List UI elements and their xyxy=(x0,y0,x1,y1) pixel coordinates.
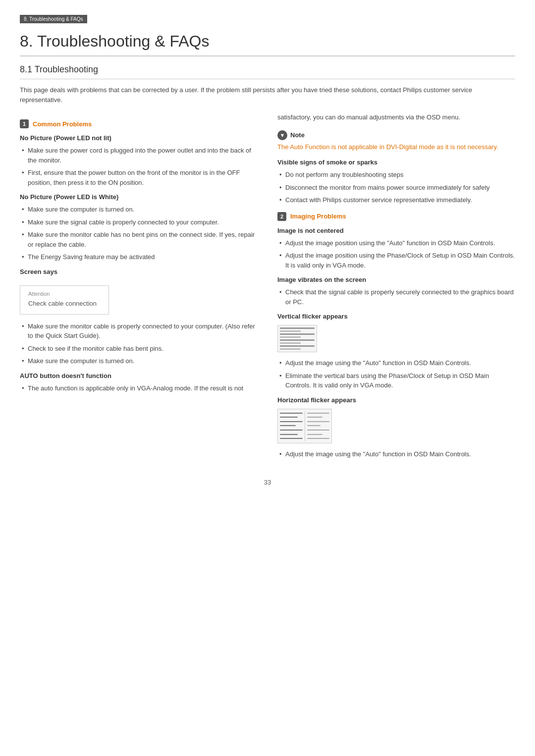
list-item: First, ensure that the power button on t… xyxy=(20,168,258,187)
attention-box: Attention Check cable connection xyxy=(20,285,109,315)
subheading-no-picture-led-not-lit: No Picture (Power LED not lit) xyxy=(20,134,258,142)
list-item: Adjust the image position using the Phas… xyxy=(277,251,515,270)
screen-line xyxy=(280,336,301,338)
list-item: Contact with Philips customer service re… xyxy=(277,195,515,205)
screen-line xyxy=(280,345,315,347)
subheading-image-not-centered: Image is not centered xyxy=(277,227,515,234)
category-2-header: 2 Imaging Problems xyxy=(277,212,515,221)
screen-line xyxy=(280,434,298,435)
subheading-image-vibrates: Image vibrates on the screen xyxy=(277,276,515,283)
horizontal-flicker-image xyxy=(277,409,332,443)
h-divider xyxy=(305,411,305,441)
list-item: Eliminate the vertical bars using the Ph… xyxy=(277,371,515,390)
note-icon: ▼ xyxy=(277,130,287,140)
list-item: Check that the signal cable is properly … xyxy=(277,287,515,307)
list-item: Make sure the power cord is plugged into… xyxy=(20,146,258,165)
auto-continue-text: satisfactory, you can do manual adjustme… xyxy=(277,112,515,122)
two-col-layout: 1 Common Problems No Picture (Power LED … xyxy=(20,112,515,464)
list-item: Make sure the monitor cable has no bent … xyxy=(20,230,258,249)
bullets-vertical-flicker: Adjust the image using the "Auto" functi… xyxy=(277,358,515,390)
screen-line xyxy=(307,425,321,426)
list-item: Check to see if the monitor cable has be… xyxy=(20,344,258,354)
screen-line xyxy=(307,430,330,431)
note-header: ▼ Note xyxy=(277,130,515,140)
screen-line xyxy=(280,430,303,431)
list-item: Make sure the computer is turned on. xyxy=(20,205,258,215)
subheading-smoke-sparks: Visible signs of smoke or sparks xyxy=(277,159,515,166)
bullets-auto-button: The auto function is applicable only in … xyxy=(20,383,258,393)
subheading-vertical-flicker: Vertical flicker appears xyxy=(277,313,515,320)
list-item: Adjust the image position using the "Aut… xyxy=(277,238,515,248)
screen-line xyxy=(307,417,323,418)
list-item: Adjust the image using the "Auto" functi… xyxy=(277,358,515,368)
screen-line xyxy=(280,421,303,422)
list-item: Disconnect the monitor from mains power … xyxy=(277,183,515,193)
bullets-horizontal-flicker: Adjust the image using the "Auto" functi… xyxy=(277,449,515,459)
chapter-title: 8. Troubleshooting & FAQs xyxy=(20,32,515,56)
breadcrumb: 8. Troubleshooting & FAQs xyxy=(20,15,87,23)
list-item: The auto function is applicable only in … xyxy=(20,383,258,393)
screen-line xyxy=(307,421,330,422)
left-column: 1 Common Problems No Picture (Power LED … xyxy=(20,112,258,464)
category-1-label: Common Problems xyxy=(33,120,92,128)
list-item: Make sure the monitor cable is properly … xyxy=(20,322,258,341)
screen-line xyxy=(280,417,298,418)
category-2-number: 2 xyxy=(277,212,286,221)
note-box: ▼ Note The Auto Function is not applicab… xyxy=(277,130,515,152)
list-item: The Energy Saving feature may be activat… xyxy=(20,252,258,262)
page-number: 33 xyxy=(20,479,515,486)
intro-text: This page deals with problems that can b… xyxy=(20,85,515,105)
screen-line xyxy=(307,434,323,435)
screen-line xyxy=(280,348,301,350)
note-label: Note xyxy=(290,131,305,139)
subheading-screen-says: Screen says xyxy=(20,268,258,275)
h-section-right xyxy=(307,411,330,441)
h-section-left xyxy=(280,411,303,441)
subheading-no-picture-led-white: No Picture (Power LED is White) xyxy=(20,193,258,201)
attention-message: Check cable connection xyxy=(28,300,101,307)
bullets-no-picture-led-not-lit: Make sure the power cord is plugged into… xyxy=(20,146,258,187)
screen-line xyxy=(280,339,315,341)
bullets-smoke-sparks: Do not perform any troubleshooting steps… xyxy=(277,170,515,205)
bullets-image-not-centered: Adjust the image position using the "Aut… xyxy=(277,238,515,270)
attention-title: Attention xyxy=(28,291,101,297)
subheading-horizontal-flicker: Horizontal flicker appears xyxy=(277,396,515,404)
section-title: 8.1 Troubleshooting xyxy=(20,64,515,79)
screen-line xyxy=(280,333,315,335)
list-item: Make sure the computer is turned on. xyxy=(20,356,258,366)
right-column: satisfactory, you can do manual adjustme… xyxy=(277,112,515,464)
screen-lines-v xyxy=(278,325,317,352)
screen-line xyxy=(280,425,296,426)
screen-line xyxy=(280,413,303,414)
category-1-header: 1 Common Problems xyxy=(20,119,258,128)
screen-line xyxy=(307,438,330,439)
screen-line xyxy=(280,330,301,332)
vertical-flicker-image xyxy=(277,325,317,352)
screen-line xyxy=(307,413,330,414)
screen-line xyxy=(280,327,315,329)
list-item: Adjust the image using the "Auto" functi… xyxy=(277,449,515,459)
page-container: 8. Troubleshooting & FAQs 8. Troubleshoo… xyxy=(0,0,535,756)
list-item: Do not perform any troubleshooting steps xyxy=(277,170,515,180)
bullets-image-vibrates: Check that the signal cable is properly … xyxy=(277,287,515,307)
screen-line xyxy=(280,438,303,439)
note-text: The Auto Function is not applicable in D… xyxy=(277,142,515,152)
list-item: Make sure the signal cable is properly c… xyxy=(20,217,258,227)
bullets-screen-says: Make sure the monitor cable is properly … xyxy=(20,322,258,366)
bullets-no-picture-led-white: Make sure the computer is turned on. Mak… xyxy=(20,205,258,262)
subheading-auto-button: AUTO button doesn't function xyxy=(20,372,258,379)
category-1-number: 1 xyxy=(20,119,29,128)
screen-line xyxy=(280,342,301,344)
category-2-label: Imaging Problems xyxy=(290,213,346,220)
